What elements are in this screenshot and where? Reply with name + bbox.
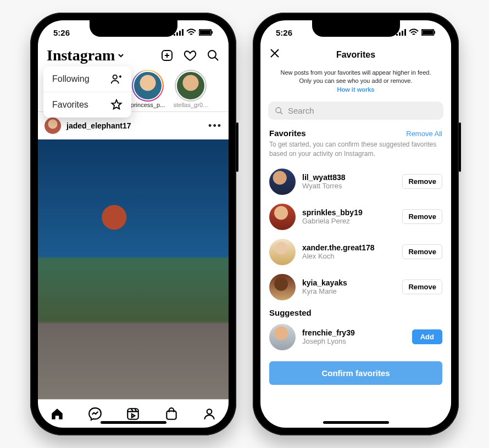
user-names[interactable]: lil_wyatt838Wyatt Torres <box>302 173 346 190</box>
status-time: 5:26 <box>53 28 70 37</box>
tab-messenger-icon[interactable] <box>88 407 102 421</box>
search-placeholder: Search <box>288 106 314 115</box>
people-icon <box>110 73 123 85</box>
new-post-icon[interactable] <box>160 49 174 62</box>
story-item[interactable]: princess_p... <box>130 70 165 108</box>
story-avatar <box>133 71 163 100</box>
user-handle: lil_wyatt838 <box>302 173 346 182</box>
search-icon <box>275 107 284 115</box>
suggested-section-header: Suggested <box>260 305 451 320</box>
user-fullname: Alex Koch <box>302 252 375 260</box>
user-fullname: Kyra Marie <box>302 287 347 295</box>
user-avatar[interactable] <box>269 239 296 265</box>
user-avatar[interactable] <box>269 204 296 230</box>
wifi-icon <box>186 29 196 36</box>
user-handle: frenchie_fry39 <box>302 328 355 337</box>
device-notch <box>90 20 177 37</box>
user-fullname: Gabriela Perez <box>302 217 363 225</box>
svg-rect-10 <box>423 30 433 35</box>
user-avatar[interactable] <box>269 169 296 195</box>
story-ring <box>175 70 207 102</box>
suggested-list: frenchie_fry39Joseph LyonsAdd <box>260 320 451 355</box>
dropdown-following-label: Following <box>52 74 90 84</box>
svg-rect-7 <box>166 411 176 419</box>
home-indicator <box>323 421 389 424</box>
status-icons <box>174 29 213 36</box>
post-author-avatar[interactable] <box>45 117 61 134</box>
info-line-1: New posts from your favorites will appea… <box>281 69 431 76</box>
svg-point-12 <box>276 108 281 113</box>
activity-heart-icon[interactable] <box>184 49 197 62</box>
dropdown-favorites[interactable]: Favorites <box>43 92 131 117</box>
svg-point-5 <box>113 75 117 79</box>
brand-menu[interactable]: Instagram <box>47 47 125 64</box>
post-image[interactable] <box>38 139 229 399</box>
home-indicator <box>101 421 166 424</box>
user-fullname: Wyatt Torres <box>302 182 346 190</box>
tab-profile-icon[interactable] <box>202 407 216 421</box>
svg-rect-11 <box>434 31 435 34</box>
svg-point-8 <box>207 409 212 414</box>
favorites-section-header: Favorites Remove All <box>260 125 451 140</box>
user-avatar[interactable] <box>269 274 296 300</box>
svg-rect-6 <box>128 408 139 419</box>
user-row: sprinkles_bby19Gabriela PerezRemove <box>260 199 451 234</box>
story-label: stellas_gr0... <box>174 102 208 108</box>
remove-button[interactable]: Remove <box>402 174 442 189</box>
user-names[interactable]: frenchie_fry39Joseph Lyons <box>302 328 355 345</box>
tab-shop-icon[interactable] <box>164 407 179 421</box>
user-handle: kyia_kayaks <box>302 278 347 287</box>
favorites-hint: To get started, you can confirm these su… <box>260 140 451 164</box>
status-time: 5:26 <box>276 28 292 37</box>
user-names[interactable]: kyia_kayaksKyra Marie <box>302 278 347 295</box>
user-row: frenchie_fry39Joseph LyonsAdd <box>260 320 451 355</box>
remove-all-link[interactable]: Remove All <box>406 130 442 138</box>
search-icon[interactable] <box>207 49 220 62</box>
user-row: lil_wyatt838Wyatt TorresRemove <box>260 164 451 199</box>
story-ring <box>132 70 164 102</box>
user-avatar[interactable] <box>269 324 296 350</box>
battery-icon <box>199 29 213 36</box>
chevron-down-icon <box>117 52 125 59</box>
phone-favorites: 5:26 Favorites New posts from your favor… <box>253 13 459 435</box>
suggested-section-title: Suggested <box>269 308 312 317</box>
user-names[interactable]: xander.the.great178Alex Koch <box>302 243 375 260</box>
user-fullname: Joseph Lyons <box>302 337 355 345</box>
favorites-title-bar: Favorites <box>260 44 451 65</box>
svg-point-4 <box>208 51 216 58</box>
tab-reels-icon[interactable] <box>126 407 140 421</box>
feed-type-dropdown: Following Favorites <box>43 66 131 117</box>
story-avatar <box>176 71 205 100</box>
remove-button[interactable]: Remove <box>402 244 442 259</box>
user-row: kyia_kayaksKyra MarieRemove <box>260 270 451 305</box>
how-it-works-link[interactable]: How it works <box>337 86 375 93</box>
dropdown-favorites-label: Favorites <box>52 100 88 110</box>
dropdown-following[interactable]: Following <box>43 66 131 92</box>
battery-icon <box>421 29 436 36</box>
favorites-section-title: Favorites <box>269 128 306 138</box>
user-handle: sprinkles_bby19 <box>302 208 363 217</box>
remove-button[interactable]: Remove <box>402 279 442 294</box>
app-header: Instagram Following Favorites <box>38 44 229 69</box>
star-icon <box>110 99 123 111</box>
post-author-username[interactable]: jaded_elephant17 <box>66 121 131 130</box>
user-names[interactable]: sprinkles_bby19Gabriela Perez <box>302 208 363 225</box>
device-notch <box>312 20 400 37</box>
page-title: Favorites <box>336 50 375 60</box>
wifi-icon <box>409 29 419 36</box>
post-more-icon[interactable]: ••• <box>208 120 222 132</box>
search-input[interactable]: Search <box>268 102 443 120</box>
tab-home-icon[interactable] <box>50 407 64 421</box>
story-item[interactable]: stellas_gr0... <box>173 70 208 108</box>
phone-feed: 5:26 Instagram Following <box>30 13 236 435</box>
story-label: princess_p... <box>131 102 165 108</box>
remove-button[interactable]: Remove <box>402 209 442 224</box>
confirm-favorites-button[interactable]: Confirm favorites <box>269 361 442 385</box>
app-logo: Instagram <box>47 47 115 64</box>
user-row: xander.the.great178Alex KochRemove <box>260 234 451 270</box>
status-icons <box>396 29 436 36</box>
close-icon[interactable] <box>269 48 280 62</box>
svg-rect-2 <box>212 31 213 34</box>
info-line-2: Only you can see who you add or remove. <box>299 77 412 84</box>
add-button[interactable]: Add <box>412 329 442 344</box>
